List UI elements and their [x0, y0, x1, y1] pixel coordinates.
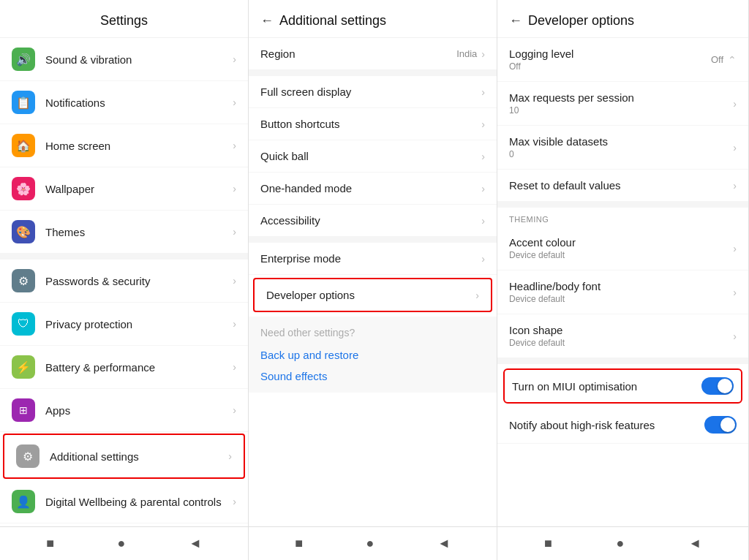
- developer-item-maxvisible[interactable]: Max visible datasets 0 ›: [497, 126, 748, 170]
- additional-item-region[interactable]: Region India ›: [249, 38, 497, 70]
- additional-item-enterprise[interactable]: Enterprise mode ›: [249, 243, 497, 275]
- apps-chevron: ›: [233, 404, 236, 416]
- battery-chevron: ›: [233, 361, 236, 373]
- enterprise-label: Enterprise mode: [260, 252, 481, 265]
- developer-item-logging[interactable]: Logging level Off Off ⌃: [497, 38, 748, 82]
- divider-4: [497, 202, 748, 208]
- logging-label: Logging level: [509, 48, 711, 60]
- buttonshortcuts-label: Button shortcuts: [260, 118, 481, 130]
- notifications-icon: 📋: [12, 91, 35, 114]
- reset-label: Reset to default values: [509, 179, 733, 192]
- developer-item-highrisk[interactable]: Notify about high-risk features: [497, 406, 748, 444]
- additional-item-buttonshortcuts[interactable]: Button shortcuts ›: [249, 108, 497, 140]
- fullscreen-chevron: ›: [481, 86, 485, 98]
- developer-item-font[interactable]: Headline/body font Device default ›: [497, 270, 748, 314]
- additional-item-quickball[interactable]: Quick ball ›: [249, 140, 497, 173]
- settings-item-apps[interactable]: ⊞ Apps ›: [0, 389, 248, 432]
- divider-1: [0, 254, 248, 260]
- developer-item-accent[interactable]: Accent colour Device default ›: [497, 227, 748, 270]
- privacy-chevron: ›: [233, 318, 236, 330]
- nav-circle-2[interactable]: ●: [366, 536, 374, 551]
- nav-square-1[interactable]: ■: [46, 536, 54, 551]
- settings-item-wallpaper[interactable]: 🌸 Wallpaper ›: [0, 167, 248, 211]
- font-label: Headline/body font: [509, 280, 733, 292]
- settings-item-notifications[interactable]: 📋 Notifications ›: [0, 81, 248, 124]
- nav-back-2[interactable]: ◄: [437, 536, 451, 551]
- additional-item-fullscreen[interactable]: Full screen display ›: [249, 76, 497, 108]
- settings-list: 🔊 Sound & vibration › 📋 Notifications › …: [0, 38, 248, 526]
- additional-back-arrow[interactable]: ←: [260, 13, 274, 29]
- nav-bar-2: ■ ● ◄: [249, 526, 497, 560]
- additional-item-onehanded[interactable]: One-handed mode ›: [249, 173, 497, 205]
- developer-label: Developer options: [266, 289, 475, 301]
- nav-back-1[interactable]: ◄: [189, 536, 202, 551]
- passwords-chevron: ›: [233, 275, 236, 287]
- settings-title: Settings: [0, 0, 248, 38]
- battery-icon: ⚡: [12, 355, 35, 379]
- additional-item-developer[interactable]: Developer options ›: [255, 279, 491, 311]
- apps-label: Apps: [45, 404, 233, 417]
- additional-item-accessibility[interactable]: Accessibility ›: [249, 205, 497, 237]
- developer-item-reset[interactable]: Reset to default values ›: [497, 170, 748, 202]
- enterprise-chevron: ›: [481, 253, 485, 265]
- nav-bar-1: ■ ● ◄: [0, 526, 248, 560]
- iconshape-subtext: Device default: [509, 338, 733, 348]
- miui-toggle[interactable]: [701, 377, 734, 395]
- notifications-chevron: ›: [233, 97, 236, 108]
- settings-item-additional[interactable]: ⚙ Additional settings ›: [4, 435, 244, 477]
- iconshape-chevron: ›: [733, 330, 737, 342]
- maxvisible-chevron: ›: [733, 142, 737, 154]
- additional-header: ← Additional settings: [249, 0, 497, 38]
- region-chevron: ›: [481, 48, 485, 60]
- settings-item-wellbeing[interactable]: 👤 Digital Wellbeing & parental controls …: [0, 480, 248, 523]
- divider-2: [249, 70, 497, 76]
- maxrequests-subtext: 10: [509, 105, 733, 116]
- developer-options-panel: ← Developer options Logging level Off Of…: [497, 0, 749, 560]
- settings-item-sound[interactable]: 🔊 Sound & vibration ›: [0, 38, 248, 81]
- additional-chevron: ›: [228, 450, 232, 462]
- developer-header: ← Developer options: [497, 0, 748, 38]
- divider-3: [249, 237, 497, 243]
- backup-restore-link[interactable]: Back up and restore: [260, 344, 485, 366]
- themes-chevron: ›: [233, 226, 236, 238]
- miui-label: Turn on MIUI optimisation: [512, 380, 701, 393]
- wellbeing-label: Digital Wellbeing & parental controls: [45, 496, 233, 508]
- settings-item-battery[interactable]: ⚡ Battery & performance ›: [0, 346, 248, 389]
- settings-item-themes[interactable]: 🎨 Themes ›: [0, 211, 248, 254]
- additional-icon: ⚙: [16, 444, 39, 468]
- settings-item-homescreen[interactable]: 🏠 Home screen ›: [0, 124, 248, 167]
- highrisk-toggle-knob: [720, 417, 735, 432]
- wallpaper-label: Wallpaper: [45, 183, 233, 195]
- theming-section-label: THEMING: [497, 208, 748, 227]
- maxvisible-text-group: Max visible datasets 0: [509, 135, 733, 159]
- nav-square-3[interactable]: ■: [544, 536, 552, 551]
- nav-back-3[interactable]: ◄: [688, 536, 701, 551]
- accent-label: Accent colour: [509, 236, 733, 249]
- miui-toggle-knob: [718, 379, 732, 393]
- wellbeing-chevron: ›: [233, 496, 236, 507]
- maxvisible-subtext: 0: [509, 149, 733, 159]
- nav-circle-1[interactable]: ●: [118, 536, 126, 551]
- developer-item-iconshape[interactable]: Icon shape Device default ›: [497, 314, 748, 358]
- apps-icon: ⊞: [12, 398, 35, 422]
- homescreen-icon: 🏠: [12, 134, 35, 157]
- nav-square-2[interactable]: ■: [295, 536, 303, 551]
- nav-circle-3[interactable]: ●: [617, 536, 625, 551]
- battery-label: Battery & performance: [45, 361, 233, 374]
- fullscreen-label: Full screen display: [260, 86, 481, 98]
- sound-effects-link[interactable]: Sound effects: [260, 366, 485, 387]
- privacy-label: Privacy protection: [45, 318, 233, 330]
- developer-item-maxrequests[interactable]: Max requests per session 10 ›: [497, 82, 748, 126]
- iconshape-text-group: Icon shape Device default: [509, 324, 733, 348]
- privacy-icon: 🛡: [12, 312, 35, 336]
- themes-label: Themes: [45, 226, 233, 238]
- settings-item-privacy[interactable]: 🛡 Privacy protection ›: [0, 303, 248, 346]
- settings-item-passwords[interactable]: ⚙ Passwords & security ›: [0, 260, 248, 303]
- developer-back-arrow[interactable]: ←: [509, 13, 522, 29]
- logging-chevron: ⌃: [728, 54, 737, 66]
- additional-title: Additional settings: [279, 13, 386, 29]
- maxrequests-text-group: Max requests per session 10: [509, 91, 733, 116]
- accessibility-chevron: ›: [481, 215, 485, 227]
- maxrequests-chevron: ›: [733, 98, 737, 110]
- highrisk-toggle[interactable]: [704, 416, 737, 434]
